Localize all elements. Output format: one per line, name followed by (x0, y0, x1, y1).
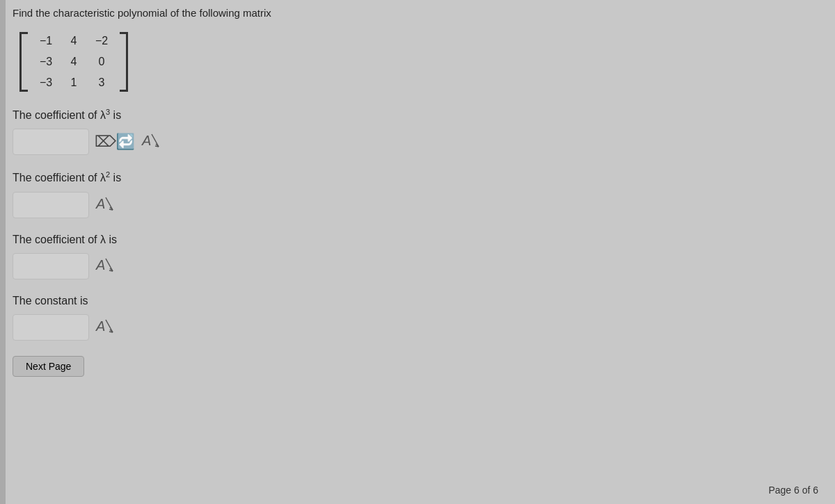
matrix-cell-1-2: 0 (88, 56, 116, 68)
matrix-bracket-wrap: −1 4 −2 −3 4 0 −3 1 3 (19, 31, 128, 92)
svg-line-15 (109, 332, 113, 332)
section-lambda1-label: The coefficient of λ is (13, 234, 835, 246)
constant-input[interactable] (13, 314, 89, 341)
bracket-right-icon (120, 32, 128, 92)
input-row-lambda3: 🔄⌫ A (13, 129, 835, 155)
lambda1-input[interactable] (13, 253, 89, 279)
input-row-constant: A (13, 314, 835, 341)
matrix-cell-0-1: 4 (60, 35, 88, 47)
main-content: Find the characteristic polynomial of th… (13, 0, 835, 377)
svg-text:A: A (95, 318, 105, 334)
matrix-cell-0-2: −2 (88, 35, 116, 47)
svg-line-11 (109, 270, 113, 271)
svg-line-1 (152, 134, 159, 147)
matrix-cell-1-0: −3 (32, 56, 60, 68)
check-icon-lambda3[interactable]: 🔄⌫ (95, 133, 135, 151)
submit-icon-lambda2[interactable]: A (95, 193, 114, 217)
svg-line-7 (109, 209, 113, 210)
svg-line-9 (106, 259, 113, 271)
matrix-grid: −1 4 −2 −3 4 0 −3 1 3 (32, 31, 116, 92)
section-lambda3-label: The coefficient of λ3 is (13, 108, 835, 122)
matrix-cell-2-2: 3 (88, 76, 116, 89)
matrix-cell-2-1: 1 (60, 76, 88, 89)
page-container: Find the characteristic polynomial of th… (0, 0, 835, 504)
submit-icon-constant[interactable]: A (95, 316, 114, 339)
bracket-left-icon (19, 32, 28, 92)
question-title: Find the characteristic polynomial of th… (13, 7, 835, 19)
submit-icon-lambda3[interactable]: A (141, 130, 160, 154)
submit-icon-lambda1[interactable]: A (95, 254, 114, 278)
section-constant: The constant is A (13, 295, 835, 341)
svg-text:A: A (95, 196, 105, 211)
left-bar (0, 0, 6, 504)
section-lambda3: The coefficient of λ3 is 🔄⌫ A (13, 108, 835, 155)
lambda2-input[interactable] (13, 192, 89, 218)
next-page-button[interactable]: Next Page (13, 356, 84, 377)
page-footer: Page 6 of 6 (768, 485, 818, 496)
svg-text:A: A (141, 133, 151, 148)
lambda3-input[interactable] (13, 129, 89, 155)
svg-line-13 (106, 320, 113, 332)
svg-line-5 (106, 197, 113, 210)
input-row-lambda2: A (13, 192, 835, 218)
section-lambda1: The coefficient of λ is A (13, 234, 835, 279)
svg-text:A: A (95, 257, 105, 273)
section-constant-label: The constant is (13, 295, 835, 307)
matrix-container: −1 4 −2 −3 4 0 −3 1 3 (19, 31, 128, 92)
page-indicator: Page 6 of 6 (768, 485, 818, 496)
section-lambda2-label: The coefficient of λ2 is (13, 170, 835, 184)
next-page-area: Next Page (13, 356, 835, 377)
matrix-cell-1-1: 4 (60, 56, 88, 68)
section-lambda2: The coefficient of λ2 is A (13, 170, 835, 218)
svg-line-3 (155, 146, 159, 147)
input-row-lambda1: A (13, 253, 835, 279)
matrix-cell-0-0: −1 (32, 35, 60, 47)
matrix-cell-2-0: −3 (32, 76, 60, 89)
